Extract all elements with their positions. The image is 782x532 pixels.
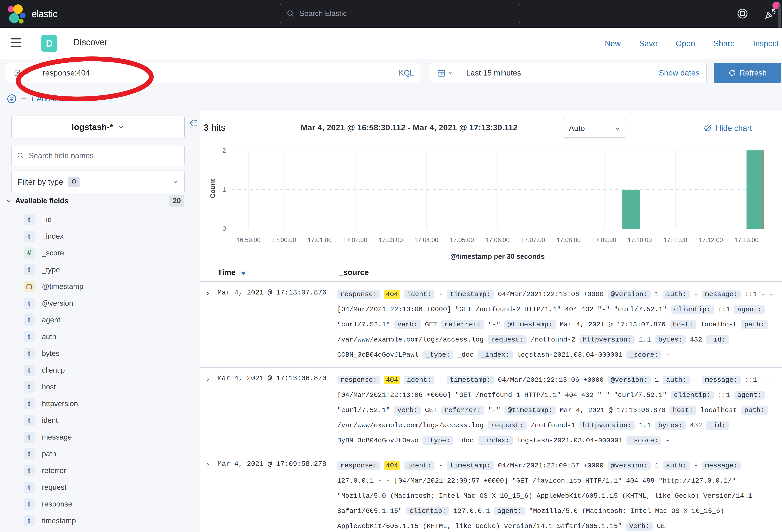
source-value: /notfound-2 [531,336,575,343]
save-button[interactable]: Save [639,39,657,48]
source-value: - [666,351,670,359]
source-value: localhost [701,407,737,414]
query-language-button[interactable]: KQL [399,69,414,77]
field-item-bytes[interactable]: tbytes [0,345,200,362]
field-type-string-icon: t [24,498,35,510]
field-item-auth[interactable]: tauth [0,328,200,345]
field-item-timestamp[interactable]: ttimestamp [0,512,200,529]
source-field-name: _index: [478,350,512,359]
collapse-sidebar-icon[interactable] [188,118,198,128]
available-fields-accordion[interactable]: Available fields [6,197,69,205]
discover-app-badge[interactable]: D [41,35,58,52]
source-field-name: _score: [627,436,662,445]
source-value: GET [425,321,437,328]
gridline [248,150,249,229]
field-type-string-icon: t [24,515,35,526]
date-quick-menu-button[interactable] [430,63,460,83]
field-item-host[interactable]: thost [0,379,200,395]
chevron-down-icon [173,179,178,185]
expand-doc-icon[interactable] [200,458,217,532]
gridline [604,150,605,229]
saved-query-menu-button[interactable] [6,63,37,83]
chevron-down-icon [6,198,11,204]
gridline [462,150,462,229]
time-range-value[interactable]: Last 15 minutes [466,69,521,77]
search-icon [17,152,24,159]
field-item-request[interactable]: trequest [0,479,200,496]
help-icon[interactable] [736,7,749,20]
hits-count: 3 hits [204,122,225,133]
field-item-httpversion[interactable]: thttpversion [0,395,200,412]
elastic-logo-icon [7,4,26,23]
field-item-path[interactable]: tpath [0,446,200,462]
hide-chart-button[interactable]: Hide chart [703,124,752,133]
source-field-name: _score: [627,350,662,359]
refresh-button[interactable]: Refresh [714,63,781,83]
menu-icon[interactable] [11,38,21,49]
sort-desc-icon[interactable] [241,272,246,275]
field-name: ident [42,416,58,425]
field-search-input[interactable]: Search field names [11,145,185,166]
news-icon[interactable] [763,7,777,20]
time-column-header[interactable]: Time [217,268,236,277]
page-title: Discover [73,37,107,47]
add-filter-button[interactable]: + Add filter [30,94,67,103]
y-axis-title: Count [209,179,217,198]
query-text[interactable]: response:404 [43,69,90,77]
field-item-@timestamp[interactable]: @timestamp [0,278,200,295]
gridline [426,150,427,229]
histogram-bar-17:13:00[interactable] [747,150,764,229]
source-value: 04/Mar/2021:22:13:06 +0000 [498,291,604,298]
source-value: - [439,462,442,469]
field-item-clientip[interactable]: tclientip [0,362,200,379]
source-field-name: clientip: [671,391,714,400]
x-axis-title: @timestamp per 30 seconds [231,253,764,260]
field-item-_id[interactable]: t_id [0,211,200,228]
field-item-response[interactable]: tresponse [0,496,200,512]
x-tick-label: 17:13:00 [734,236,758,244]
filter-by-type-select[interactable]: Filter by type 0 [11,170,185,193]
expand-doc-icon[interactable] [200,287,217,363]
gridline [711,150,711,229]
open-button[interactable]: Open [676,39,695,48]
source-value: CCBN_3cB04dGovJLPawl [337,351,419,359]
field-name: _index [42,232,64,240]
field-item-message[interactable]: tmessage [0,429,200,446]
field-item-ident[interactable]: tident [0,412,200,429]
field-item-agent[interactable]: tagent [0,312,200,328]
source-field-name: httpversion: [579,335,635,344]
doc-row-source: response: 404 ident: - timestamp: 04/Mar… [337,372,775,448]
chevron-down-icon [118,124,124,130]
new-button[interactable]: New [605,39,621,48]
source-field-name: referrer: [441,320,484,329]
inspect-button[interactable]: Inspect [753,39,779,48]
field-name: referrer [42,466,66,475]
histogram-bar-17:09:30[interactable] [622,190,640,229]
show-dates-button[interactable]: Show dates [659,69,700,77]
field-item-_type[interactable]: t_type [0,261,200,278]
query-input[interactable]: response:404 KQL [6,63,420,83]
source-field-name: response: [337,461,380,470]
source-value: 04/Mar/2021:22:09:57 +0000 [498,462,604,469]
field-item-_score[interactable]: #_score [0,245,200,261]
elastic-logo[interactable]: elastic [7,4,57,23]
global-search-input[interactable]: Search Elastic [280,4,520,23]
field-item-@version[interactable]: t@version [0,295,200,312]
expand-doc-icon[interactable] [200,372,217,448]
share-button[interactable]: Share [713,39,735,48]
field-name: _id [42,216,51,224]
source-value: logstash-2021.03.04-000001 [517,437,623,444]
date-picker[interactable]: Last 15 minutes Show dates [430,63,707,83]
source-field-name: host: [670,320,696,329]
x-tick-label: 17:00:00 [272,236,296,244]
interval-select[interactable]: Auto [563,119,626,138]
gridline [284,150,285,229]
source-value: "-" [488,321,500,328]
field-name: response [42,500,72,508]
field-item-_index[interactable]: t_index [0,228,200,245]
field-name: _score [42,249,64,257]
filter-icon[interactable] [6,93,17,104]
index-pattern-select[interactable]: logstash-* [11,116,185,138]
field-item-referrer[interactable]: treferrer [0,462,200,479]
source-field-name: @timestamp: [504,320,556,329]
